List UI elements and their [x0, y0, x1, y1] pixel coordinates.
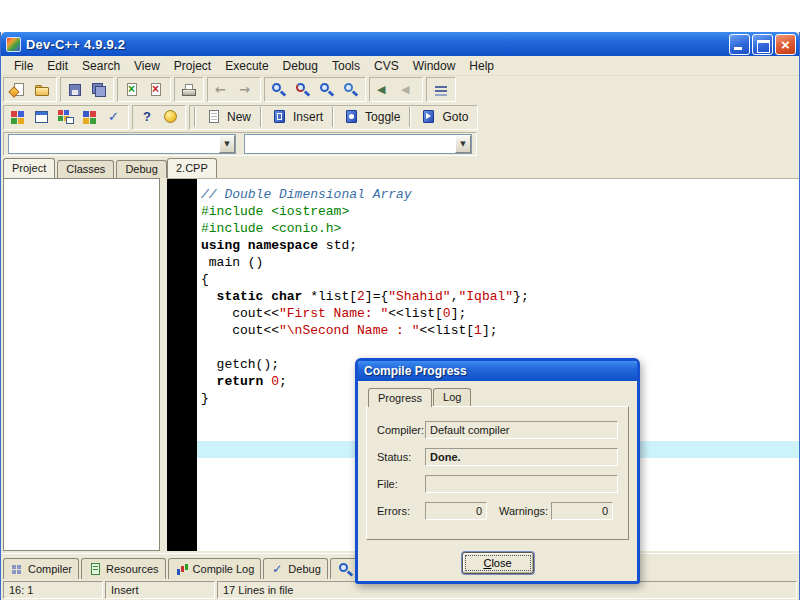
goto-bookmark-icon [420, 109, 438, 125]
code-token: cout<< [201, 323, 279, 338]
tab-project[interactable]: Project [3, 158, 55, 178]
help-toolbar-icons [132, 105, 186, 130]
about-icon [162, 109, 180, 125]
project-browser-panel[interactable] [3, 178, 160, 551]
editor-gutter[interactable] [167, 179, 197, 551]
menu-project[interactable]: Project [167, 57, 218, 75]
titlebar[interactable]: Dev-C++ 4.9.9.2 [1, 32, 799, 56]
insert-button[interactable]: Insert [264, 106, 330, 128]
code-token: ]={ [365, 289, 388, 304]
new-button[interactable]: New [198, 106, 258, 128]
maximize-button[interactable] [752, 34, 773, 55]
class-browser-dropdown-button[interactable] [455, 135, 471, 153]
maximize-icon [753, 35, 772, 54]
compile-run-button[interactable] [54, 106, 78, 128]
status-insert-mode: Insert [105, 581, 215, 599]
menu-execute[interactable]: Execute [218, 57, 275, 75]
code-token: "\nSecond Name : " [279, 323, 419, 338]
run-icon [33, 109, 51, 125]
code-token: main () [201, 255, 263, 270]
undo-button[interactable] [210, 79, 234, 101]
code-line[interactable] [201, 339, 799, 356]
goto-button[interactable]: Goto [413, 106, 475, 128]
goto-declaration-button[interactable] [429, 79, 453, 101]
menu-file[interactable]: File [7, 57, 40, 75]
goto-declaration-icon [432, 82, 450, 98]
menu-cvs[interactable]: CVS [367, 57, 406, 75]
editor-tab-2cpp[interactable]: 2.CPP [167, 158, 217, 178]
close-all-button[interactable] [144, 79, 168, 101]
save-button[interactable] [63, 79, 87, 101]
dialog-titlebar[interactable]: Compile Progress [358, 361, 637, 381]
code-line[interactable]: cout<<"\nSecond Name : "<<list[1]; [201, 322, 799, 339]
toolbar-group [60, 77, 114, 102]
bottom-tab-compile-log[interactable]: Compile Log [168, 558, 262, 579]
bottom-tab-compiler[interactable]: Compiler [3, 558, 79, 579]
dialog-tab-log[interactable]: Log [433, 388, 471, 406]
forward-button[interactable] [396, 79, 420, 101]
close-window-button[interactable] [775, 34, 796, 55]
compile-button[interactable] [6, 106, 30, 128]
redo-button[interactable] [234, 79, 258, 101]
code-token: return [217, 374, 264, 389]
undo-icon [213, 82, 231, 98]
save-all-button[interactable] [87, 79, 111, 101]
code-line[interactable]: static char *list[2]={"Shahid","Iqbal"}; [201, 288, 799, 305]
code-line[interactable]: #include <conio.h> [201, 220, 799, 237]
code-line[interactable]: main () [201, 254, 799, 271]
tab-classes[interactable]: Classes [57, 160, 114, 178]
code-line[interactable]: cout<<"First Name: "<<list[0]; [201, 305, 799, 322]
run-button[interactable] [30, 106, 54, 128]
toolbar-group [369, 77, 423, 102]
code-line[interactable]: // Double Dimensional Array [201, 186, 799, 203]
bottom-tab-debug[interactable]: Debug [263, 558, 327, 579]
back-icon [375, 82, 393, 98]
close-button[interactable]: Close [462, 552, 534, 574]
toggle-button[interactable]: Toggle [336, 106, 407, 128]
goto-line-icon [342, 82, 360, 98]
new-source-button[interactable] [6, 79, 30, 101]
compiler-select-dropdown-button[interactable] [219, 135, 235, 153]
compiler-select-combo[interactable] [8, 134, 236, 154]
code-token: *list[ [302, 289, 357, 304]
code-line[interactable]: #include <iostream> [201, 203, 799, 220]
goto-button-label: Goto [442, 110, 468, 124]
close-button-label: Close [483, 557, 511, 569]
menu-help[interactable]: Help [462, 57, 501, 75]
code-line[interactable]: using namespace std; [201, 237, 799, 254]
menu-edit[interactable]: Edit [40, 57, 75, 75]
open-project-button[interactable] [30, 79, 54, 101]
code-token: 0 [443, 306, 451, 321]
warnings-label: Warnings: [499, 505, 551, 517]
syntax-check-button[interactable] [102, 106, 126, 128]
minimize-button[interactable] [729, 34, 750, 55]
menu-tools[interactable]: Tools [325, 57, 367, 75]
bottom-tab-label: Compiler [28, 563, 72, 575]
window-controls [729, 34, 796, 55]
replace-button[interactable] [291, 79, 315, 101]
back-button[interactable] [372, 79, 396, 101]
menu-search[interactable]: Search [75, 57, 127, 75]
find-button[interactable] [267, 79, 291, 101]
left-panel-tabs: Project Classes Debug [3, 158, 169, 178]
about-button[interactable] [159, 106, 183, 128]
code-line[interactable]: { [201, 271, 799, 288]
menu-view[interactable]: View [127, 57, 167, 75]
rebuild-button[interactable] [78, 106, 102, 128]
class-browser-combo[interactable] [244, 134, 472, 154]
tab-debug[interactable]: Debug [116, 160, 166, 178]
code-token: #include <iostream> [201, 204, 349, 219]
goto-line-button[interactable] [339, 79, 363, 101]
menu-window[interactable]: Window [406, 57, 463, 75]
find-in-files-button[interactable] [315, 79, 339, 101]
warnings-value: 0 [551, 502, 613, 520]
bottom-tab-resources[interactable]: Resources [81, 558, 166, 579]
menu-debug[interactable]: Debug [276, 57, 325, 75]
dialog-tab-progress[interactable]: Progress [368, 388, 432, 407]
bottom-tab-label: Debug [288, 563, 320, 575]
close-file-button[interactable] [120, 79, 144, 101]
panel-splitter[interactable] [160, 178, 167, 551]
print-button[interactable] [177, 79, 201, 101]
help-button[interactable] [135, 106, 159, 128]
errors-label: Errors: [377, 505, 425, 517]
